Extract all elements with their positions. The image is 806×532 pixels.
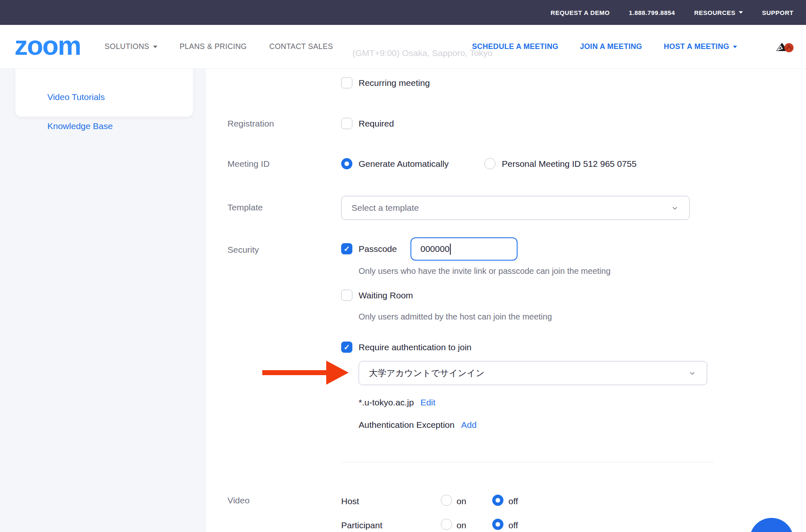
require-authentication-checkbox[interactable] <box>341 342 352 353</box>
passcode-value: 000000 <box>420 244 449 254</box>
recurring-meeting-checkbox[interactable] <box>341 77 352 88</box>
video-label: Video <box>227 495 249 505</box>
host-video-on-radio[interactable] <box>441 495 452 506</box>
passcode-label: Passcode <box>359 244 397 254</box>
authentication-exception-label: Authentication Exception <box>359 420 454 430</box>
nav-item-solutions[interactable]: SOLUTIONS <box>105 42 157 51</box>
nav-menu: SOLUTIONS PLANS & PRICING CONTACT SALES <box>105 42 333 51</box>
participant-video-on-radio[interactable] <box>441 519 452 530</box>
phone-number[interactable]: 1.888.799.8854 <box>629 9 675 16</box>
resources-menu[interactable]: RESOURCES <box>694 9 743 16</box>
topbar: REQUEST A DEMO 1.888.799.8854 RESOURCES … <box>0 0 806 25</box>
chevron-down-icon <box>688 368 697 378</box>
add-exception-link[interactable]: Add <box>461 420 476 430</box>
solutions-label: SOLUTIONS <box>105 42 149 51</box>
require-authentication-label: Require authentication to join <box>359 342 471 352</box>
chevron-down-icon <box>733 46 737 48</box>
host-video-off-radio[interactable] <box>492 495 503 506</box>
personal-meeting-id-label: Personal Meeting ID 512 965 0755 <box>502 159 637 169</box>
text-cursor <box>450 244 451 255</box>
chevron-down-icon <box>153 46 157 48</box>
video-participant-label: Participant <box>341 520 382 530</box>
request-a-demo-link[interactable]: REQUEST A DEMO <box>551 9 610 16</box>
recurring-meeting-label: Recurring meeting <box>359 78 430 88</box>
authentication-method-select[interactable]: 大学アカウントでサインイン <box>359 361 707 385</box>
video-host-label: Host <box>341 496 359 506</box>
security-label: Security <box>227 245 259 255</box>
resources-label: RESOURCES <box>694 9 735 16</box>
chevron-down-icon <box>739 11 743 14</box>
authentication-method-value: 大学アカウントでサインイン <box>369 367 484 379</box>
nav-item-plans-pricing[interactable]: PLANS & PRICING <box>180 42 247 51</box>
help-chat-button[interactable] <box>750 518 794 532</box>
template-select[interactable]: Select a template <box>341 196 690 220</box>
generate-automatically-label: Generate Automatically <box>359 159 449 169</box>
generate-automatically-radio[interactable] <box>341 158 352 169</box>
host-a-meeting-label: HOST A MEETING <box>664 42 729 51</box>
sidebar-item-video-tutorials[interactable]: Video Tutorials <box>47 92 105 102</box>
passcode-checkbox[interactable] <box>341 243 352 254</box>
nav-actions: SCHEDULE A MEETING JOIN A MEETING HOST A… <box>472 39 794 55</box>
passcode-input[interactable]: 000000 <box>410 237 518 261</box>
registration-required-checkbox[interactable] <box>341 118 352 129</box>
meeting-id-label: Meeting ID <box>227 159 270 169</box>
schedule-a-meeting-link[interactable]: SCHEDULE A MEETING <box>472 42 558 51</box>
auth-domain-value: *.u-tokyo.ac.jp <box>359 398 414 407</box>
host-video-off-label: off <box>508 496 518 506</box>
main-navbar: zoom SOLUTIONS PLANS & PRICING CONTACT S… <box>0 25 806 69</box>
participant-video-off-label: off <box>508 520 518 530</box>
user-avatar[interactable] <box>775 39 794 55</box>
zoom-logo[interactable]: zoom <box>15 32 81 59</box>
template-select-value: Select a template <box>352 203 419 213</box>
nav-item-contact-sales[interactable]: CONTACT SALES <box>269 42 333 51</box>
waiting-room-label: Waiting Room <box>359 290 413 300</box>
host-video-on-label: on <box>457 496 466 506</box>
passcode-help-text: Only users who have the invite link or p… <box>359 266 611 276</box>
registration-label: Registration <box>227 119 274 129</box>
support-link[interactable]: SUPPORT <box>762 9 794 16</box>
host-a-meeting-menu[interactable]: HOST A MEETING <box>664 42 737 51</box>
participant-video-on-label: on <box>457 520 466 530</box>
authentication-exception-row: Authentication Exception Add <box>359 420 476 430</box>
waiting-room-help-text: Only users admitted by the host can join… <box>359 312 552 322</box>
edit-domain-link[interactable]: Edit <box>420 398 435 407</box>
join-a-meeting-link[interactable]: JOIN A MEETING <box>580 42 642 51</box>
waiting-room-checkbox[interactable] <box>341 290 352 301</box>
section-divider <box>341 462 714 462</box>
template-label: Template <box>227 203 263 212</box>
personal-meeting-id-radio[interactable] <box>484 158 496 169</box>
registration-required-label: Required <box>359 119 394 129</box>
sidebar-item-knowledge-base[interactable]: Knowledge Base <box>47 121 113 131</box>
red-arrow-annotation <box>261 359 349 386</box>
auth-domain-row: *.u-tokyo.ac.jp Edit <box>359 398 435 408</box>
chevron-down-icon <box>670 203 679 212</box>
participant-video-off-radio[interactable] <box>492 519 503 530</box>
